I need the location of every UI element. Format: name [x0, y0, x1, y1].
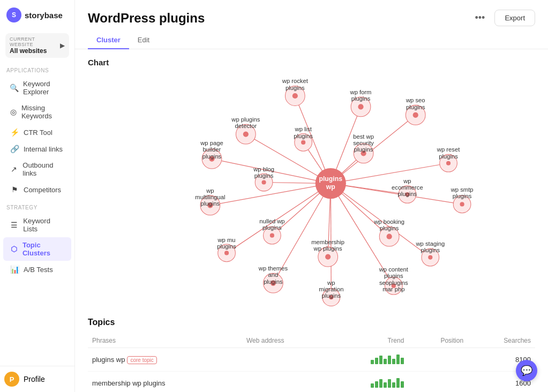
sidebar-item-internal-links[interactable]: 🔗 Internal links	[3, 141, 71, 157]
logo-icon: S	[6, 7, 21, 22]
svg-text:wp themes: wp themes	[258, 265, 288, 272]
svg-point-81	[325, 254, 331, 259]
svg-text:wp: wp	[206, 187, 214, 194]
svg-text:wp plugins: wp plugins	[313, 245, 342, 252]
svg-text:builder: builder	[203, 146, 221, 153]
svg-text:wp page: wp page	[200, 140, 223, 146]
current-website-name: All websites	[10, 47, 60, 55]
logo-text: storybase	[25, 11, 63, 20]
profile-section[interactable]: P Profile	[0, 366, 74, 392]
svg-text:plugins: plugins	[217, 243, 236, 250]
outbound-icon: ↗	[10, 165, 18, 174]
table-row[interactable]: plugins wpcore topic8100	[88, 348, 535, 372]
col-phrases: Phrases	[88, 334, 242, 348]
sidebar-item-label: Keyword Explorer	[23, 80, 65, 96]
topics-table: Phrases Web address Trend Position Searc…	[88, 334, 535, 392]
export-button[interactable]: Export	[494, 10, 535, 26]
svg-text:plugins: plugins	[421, 247, 440, 253]
header-actions: ••• Export	[471, 10, 535, 26]
svg-text:nulled wp: nulled wp	[259, 218, 284, 224]
phrase-cell: membership wp plugins	[88, 372, 242, 393]
svg-text:plugins: plugins	[384, 273, 403, 279]
chart-section-title: Chart	[75, 49, 548, 71]
topic-cluster-chart: wp rocket plugins wp form plugins wp seo…	[88, 71, 535, 318]
col-trend: Trend	[329, 334, 408, 348]
page-title: WordPress plugins	[88, 11, 205, 26]
sidebar-item-label: Missing Keywords	[21, 104, 65, 120]
web-address-cell	[242, 372, 329, 393]
sidebar-item-label: Keyword Lists	[23, 217, 65, 233]
sidebar-item-label: Outbound links	[22, 161, 65, 177]
more-options-button[interactable]: •••	[471, 10, 490, 26]
svg-text:wp blog: wp blog	[253, 166, 274, 172]
svg-text:wp list: wp list	[295, 126, 312, 132]
web-address-cell	[242, 348, 329, 372]
svg-text:plugins: plugins	[294, 133, 313, 139]
sidebar-item-label: Competitors	[24, 186, 61, 194]
chart-area: wp rocket plugins wp form plugins wp seo…	[75, 71, 548, 318]
sidebar-item-label: CTR Tool	[24, 129, 52, 137]
internal-links-icon: 🔗	[10, 145, 19, 153]
chat-bubble-button[interactable]: 💬	[516, 360, 537, 381]
svg-text:wp booking: wp booking	[373, 218, 404, 225]
svg-text:plugins: plugins	[406, 104, 425, 110]
col-web-address: Web address	[242, 334, 329, 348]
sidebar-item-label: Internal links	[24, 145, 63, 153]
tab-cluster[interactable]: Cluster	[88, 32, 129, 49]
svg-point-55	[261, 180, 266, 184]
tabs: Cluster Edit	[75, 26, 548, 49]
sidebar-item-ctr-tool[interactable]: ⚡ CTR Tool	[3, 124, 71, 140]
svg-point-85	[387, 234, 392, 239]
svg-text:wp plugins: wp plugins	[231, 116, 260, 123]
svg-line-6	[331, 163, 448, 184]
svg-text:wp reset: wp reset	[437, 146, 460, 153]
svg-text:wp content: wp content	[379, 266, 409, 273]
svg-text:plugins: plugins	[354, 146, 373, 153]
svg-text:wp rocket: wp rocket	[282, 78, 309, 84]
svg-text:plugins: plugins	[398, 191, 417, 197]
tab-edit[interactable]: Edit	[129, 32, 158, 49]
sidebar-item-ab-tests[interactable]: 📊 A/B Tests	[3, 261, 71, 277]
sidebar: S storybase CURRENT WEBSITE All websites…	[0, 0, 75, 392]
svg-text:wp: wp	[327, 280, 335, 286]
position-cell	[408, 372, 468, 393]
svg-text:plugins: plugins	[380, 225, 399, 231]
svg-point-33	[301, 140, 305, 145]
svg-text:wp form: wp form	[350, 89, 372, 95]
logo: S storybase	[0, 0, 74, 30]
svg-text:security: security	[353, 140, 374, 146]
svg-text:plugins: plugins	[351, 95, 371, 102]
sidebar-item-topic-clusters[interactable]: ⬡ Topic Clusters	[3, 237, 71, 261]
svg-text:ecommerce: ecommerce	[392, 184, 423, 191]
strategy-label: Strategy	[0, 198, 74, 213]
svg-text:and: and	[268, 272, 279, 278]
svg-text:plugins: plugins	[254, 172, 274, 179]
sidebar-item-outbound-links[interactable]: ↗ Outbound links	[3, 157, 71, 181]
applications-section: Applications 🔍 Keyword Explorer ◎ Missin…	[0, 61, 74, 198]
svg-text:best wp: best wp	[353, 133, 374, 140]
ab-tests-icon: 📊	[10, 265, 19, 274]
main-content: WordPress plugins ••• Export Cluster Edi…	[75, 0, 548, 392]
avatar: P	[4, 372, 19, 387]
topics-title: Topics	[88, 318, 535, 327]
applications-label: Applications	[0, 61, 74, 76]
col-position: Position	[408, 334, 468, 348]
sidebar-item-keyword-explorer[interactable]: 🔍 Keyword Explorer	[3, 76, 71, 100]
sidebar-item-keyword-lists[interactable]: ☰ Keyword Lists	[3, 213, 71, 237]
svg-text:plugins: plugins	[439, 153, 458, 160]
svg-point-37	[243, 131, 249, 137]
svg-text:wp mu: wp mu	[217, 237, 236, 243]
svg-text:plugins: plugins	[319, 175, 342, 183]
current-website-selector[interactable]: CURRENT WEBSITE All websites ▶	[5, 33, 69, 58]
sidebar-item-missing-keywords[interactable]: ◎ Missing Keywords	[3, 100, 71, 124]
svg-point-64	[460, 202, 464, 206]
table-row[interactable]: membership wp plugins1600	[88, 372, 535, 393]
svg-text:wp seo: wp seo	[406, 97, 425, 103]
strategy-section: Strategy ☰ Keyword Lists ⬡ Topic Cluster…	[0, 198, 74, 278]
keyword-lists-icon: ☰	[10, 221, 19, 229]
page-header: WordPress plugins ••• Export	[75, 0, 548, 26]
sidebar-item-competitors[interactable]: ⚑ Competitors	[3, 182, 71, 198]
svg-line-2	[331, 115, 415, 184]
svg-point-46	[446, 161, 451, 165]
chevron-right-icon: ▶	[60, 42, 65, 49]
